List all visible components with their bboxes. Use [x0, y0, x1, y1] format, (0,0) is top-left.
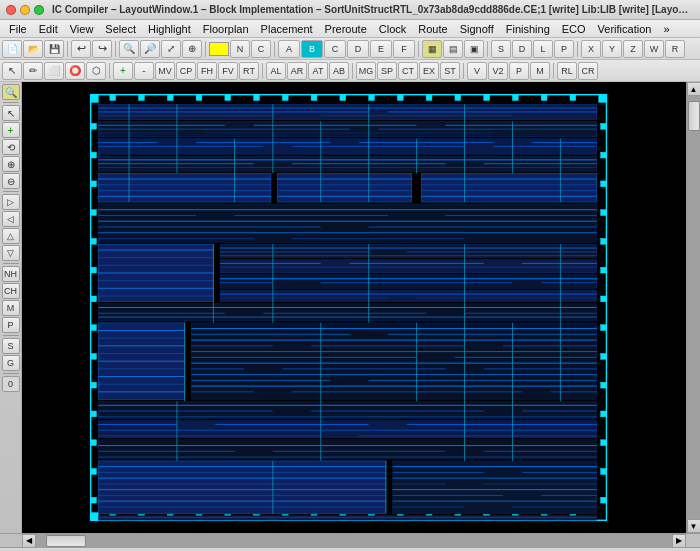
tb2-extend[interactable]: EX	[419, 62, 439, 80]
lt-zoom-box[interactable]: 🔍	[2, 84, 20, 100]
tb-select-net[interactable]: N	[230, 40, 250, 58]
tb2-clear-ruler[interactable]: CR	[578, 62, 598, 80]
lt-cell-highlight[interactable]: CH	[2, 283, 20, 299]
tb-redo[interactable]: ↪	[92, 40, 112, 58]
menu-verification[interactable]: Verification	[593, 22, 657, 36]
tb-btn-d[interactable]: D	[347, 40, 369, 58]
lt-pan-right[interactable]: ▷	[2, 194, 20, 210]
lt-pan-up[interactable]: △	[2, 228, 20, 244]
menu-file[interactable]: File	[4, 22, 32, 36]
menu-select[interactable]: Select	[100, 22, 141, 36]
tb-lts[interactable]: L	[533, 40, 553, 58]
tb2-draw[interactable]: ✏	[23, 62, 43, 80]
lt-select[interactable]: ↖	[2, 105, 20, 121]
tb-x3[interactable]: Z	[623, 40, 643, 58]
menu-finishing[interactable]: Finishing	[501, 22, 555, 36]
menu-route[interactable]: Route	[413, 22, 452, 36]
tb-save[interactable]: 💾	[44, 40, 64, 58]
lt-level[interactable]: 0	[2, 376, 20, 392]
lt-pan-left[interactable]: ◁	[2, 211, 20, 227]
scroll-thumb-vertical[interactable]	[688, 101, 700, 131]
menu-signoff[interactable]: Signoff	[455, 22, 499, 36]
tb2-align-r[interactable]: AR	[287, 62, 307, 80]
tb2-via2[interactable]: V2	[488, 62, 508, 80]
tb2-add[interactable]: +	[113, 62, 133, 80]
menu-edit[interactable]: Edit	[34, 22, 63, 36]
tb-grid2[interactable]: ▤	[443, 40, 463, 58]
tb-select-cell[interactable]: C	[251, 40, 271, 58]
tb-x5[interactable]: R	[665, 40, 685, 58]
menu-preroute[interactable]: Preroute	[320, 22, 372, 36]
tb2-circle[interactable]: ⭕	[65, 62, 85, 80]
menu-highlight[interactable]: Highlight	[143, 22, 196, 36]
lt-net-highlight[interactable]: NH	[2, 266, 20, 282]
minimize-button[interactable]	[20, 5, 30, 15]
tb-grid[interactable]: ▦	[422, 40, 442, 58]
menu-placement[interactable]: Placement	[256, 22, 318, 36]
tb-snap[interactable]: S	[491, 40, 511, 58]
tb-x2[interactable]: Y	[602, 40, 622, 58]
tb-open[interactable]: 📂	[23, 40, 43, 58]
lt-measure[interactable]: M	[2, 300, 20, 316]
scroll-up-button[interactable]: ▲	[687, 82, 701, 96]
tb2-pin[interactable]: P	[509, 62, 529, 80]
tb-zoom-out[interactable]: 🔎	[140, 40, 160, 58]
tb2-flip-v[interactable]: FV	[218, 62, 238, 80]
lt-property[interactable]: P	[2, 317, 20, 333]
lt-add[interactable]: +	[2, 122, 20, 138]
menu-view[interactable]: View	[65, 22, 99, 36]
tb-drc[interactable]: D	[512, 40, 532, 58]
lt-pan-down[interactable]: ▽	[2, 245, 20, 261]
tb-zoom-in[interactable]: 🔍	[119, 40, 139, 58]
tb-btn-e[interactable]: E	[370, 40, 392, 58]
lt-zoom-in[interactable]: ⊕	[2, 156, 20, 172]
tb-x1[interactable]: X	[581, 40, 601, 58]
tb2-select[interactable]: ↖	[2, 62, 22, 80]
lt-zoom-out[interactable]: ⊖	[2, 173, 20, 189]
close-button[interactable]	[6, 5, 16, 15]
tb2-sub[interactable]: -	[134, 62, 154, 80]
tb2-flip-h[interactable]: FH	[197, 62, 217, 80]
lt-grid[interactable]: G	[2, 355, 20, 371]
tb-x4[interactable]: W	[644, 40, 664, 58]
scroll-track-horizontal[interactable]	[36, 534, 672, 548]
tb2-via[interactable]: V	[467, 62, 487, 80]
canvas-area[interactable]	[22, 82, 686, 533]
tb2-move[interactable]: MV	[155, 62, 175, 80]
tb-layer[interactable]: ▣	[464, 40, 484, 58]
tb2-copy[interactable]: CP	[176, 62, 196, 80]
tb2-stretch[interactable]: ST	[440, 62, 460, 80]
lt-rotate[interactable]: ⟲	[2, 139, 20, 155]
tb-fit-all[interactable]: ⊕	[182, 40, 202, 58]
lt-snap[interactable]: S	[2, 338, 20, 354]
tb2-align-t[interactable]: AT	[308, 62, 328, 80]
tb2-split[interactable]: SP	[377, 62, 397, 80]
menu-more[interactable]: »	[658, 22, 674, 36]
tb-highlight-color[interactable]	[209, 42, 229, 56]
tb-zoom-fit[interactable]: ⤢	[161, 40, 181, 58]
tb-undo[interactable]: ↩	[71, 40, 91, 58]
scroll-down-button[interactable]: ▼	[687, 519, 701, 533]
tb2-merge[interactable]: MG	[356, 62, 376, 80]
tb-btn-c[interactable]: C	[324, 40, 346, 58]
tb-btn-b[interactable]: B	[301, 40, 323, 58]
layout-canvas[interactable]	[27, 87, 672, 528]
tb-props[interactable]: P	[554, 40, 574, 58]
tb2-marker[interactable]: M	[530, 62, 550, 80]
tb2-cut[interactable]: CT	[398, 62, 418, 80]
scroll-right-button[interactable]: ▶	[672, 534, 686, 548]
maximize-button[interactable]	[34, 5, 44, 15]
tb2-align-l[interactable]: AL	[266, 62, 286, 80]
tb2-rot[interactable]: RT	[239, 62, 259, 80]
tb2-ruler[interactable]: RL	[557, 62, 577, 80]
scroll-left-button[interactable]: ◀	[22, 534, 36, 548]
tb-btn-a[interactable]: A	[278, 40, 300, 58]
menu-clock[interactable]: Clock	[374, 22, 412, 36]
scroll-track-vertical[interactable]	[687, 96, 701, 519]
menu-eco[interactable]: ECO	[557, 22, 591, 36]
tb2-align-b[interactable]: AB	[329, 62, 349, 80]
tb-new[interactable]: 📄	[2, 40, 22, 58]
scroll-thumb-horizontal[interactable]	[46, 535, 86, 547]
tb2-rect[interactable]: ⬜	[44, 62, 64, 80]
tb2-poly[interactable]: ⬡	[86, 62, 106, 80]
